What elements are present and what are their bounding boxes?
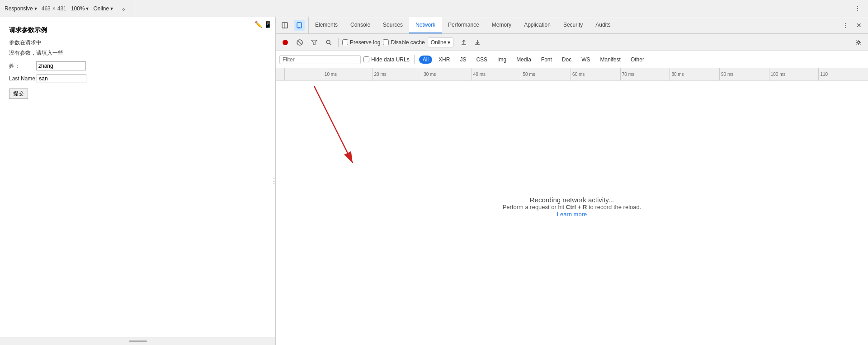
tick-90ms: 90 ms — [719, 68, 733, 80]
learn-more-link[interactable]: Learn more — [503, 210, 642, 218]
scrollbar-indicator — [129, 340, 147, 342]
svg-line-16 — [314, 86, 353, 163]
online-chevron-top: ▾ — [110, 5, 113, 12]
filter-sep — [414, 55, 415, 64]
page-desc1: 参数在请求中 — [9, 39, 266, 47]
first-name-label: 姓： — [9, 62, 36, 70]
hide-data-urls-input[interactable] — [363, 56, 369, 62]
last-name-row: Last Name: — [9, 74, 266, 83]
tab-security[interactable]: Security — [557, 17, 589, 33]
search-icon[interactable] — [323, 37, 335, 48]
device-icon[interactable]: 📱 — [264, 21, 272, 28]
filter-bar: Hide data URLs All XHR JS CSS Img Media … — [276, 51, 868, 68]
responsive-select[interactable]: Responsive ▾ — [5, 5, 37, 12]
submit-button[interactable]: 提交 — [9, 89, 28, 99]
network-toolbar: Preserve log Disable cache Online ▾ — [276, 34, 868, 51]
first-name-input[interactable] — [36, 61, 86, 70]
tab-sources[interactable]: Sources — [377, 17, 409, 33]
sub-msg-before: Perform a request or hit — [503, 204, 566, 210]
network-empty-state: Recording network activity... Perform a … — [276, 81, 868, 345]
recording-message: Recording network activity... — [503, 196, 642, 204]
settings-button[interactable] — [853, 37, 864, 48]
screenshot-icon[interactable]: ⬦ — [118, 3, 129, 14]
disable-cache-input[interactable] — [383, 39, 389, 45]
preserve-log-input[interactable] — [342, 39, 348, 45]
resize-handle[interactable] — [273, 17, 275, 345]
page-desc2: 没有参数，请填入一些 — [9, 49, 266, 57]
last-name-label: Last Name: — [9, 75, 37, 82]
filter-input[interactable] — [283, 56, 346, 63]
browser-toolbar: Responsive ▾ 463 × 431 100% ▾ Online ▾ ⬦… — [0, 0, 868, 17]
zoom-label: 100% — [71, 5, 85, 12]
svg-point-4 — [283, 40, 288, 45]
upload-download-icons — [458, 37, 483, 48]
throttle-select[interactable]: Online ▾ — [428, 37, 454, 47]
timeline-ruler: 10 ms 20 ms 30 ms 40 ms 50 ms 60 ms 70 m… — [285, 68, 868, 80]
online-select-top[interactable]: Online ▾ — [93, 5, 113, 12]
tick-10ms: 10 ms — [323, 68, 337, 80]
disable-cache-label: Disable cache — [391, 39, 425, 46]
more-options-icon[interactable]: ⋮ — [852, 3, 863, 14]
filter-css-button[interactable]: CSS — [472, 56, 491, 64]
svg-marker-7 — [311, 40, 317, 45]
filter-doc-button[interactable]: Doc — [558, 56, 575, 64]
filter-other-button[interactable]: Other — [627, 56, 648, 64]
filter-all-button[interactable]: All — [419, 56, 432, 64]
zoom-select[interactable]: 100% ▾ — [71, 5, 89, 12]
hide-data-urls-checkbox[interactable]: Hide data URLs — [363, 56, 410, 63]
download-icon[interactable] — [472, 37, 483, 48]
edit-icon[interactable]: ✏️ — [255, 21, 262, 28]
perform-request-message: Perform a request or hit Ctrl + R to rec… — [503, 204, 642, 210]
times-symbol: × — [52, 5, 56, 12]
device-toolbar-icon[interactable] — [294, 20, 305, 31]
close-devtools-icon[interactable]: ✕ — [854, 20, 864, 31]
toolbar-separator — [135, 4, 135, 13]
tab-console[interactable]: Console — [344, 17, 377, 33]
more-tabs-icon[interactable]: ⋮ — [840, 20, 851, 31]
last-name-input[interactable] — [37, 74, 86, 83]
tick-70ms: 70 ms — [620, 68, 634, 80]
tab-elements[interactable]: Elements — [309, 17, 344, 33]
toolbar-sep-1 — [338, 38, 339, 47]
tick-110: 110 — [818, 68, 828, 80]
page-panel-icons: ✏️ 📱 — [255, 21, 272, 28]
record-button[interactable] — [279, 37, 291, 48]
svg-point-8 — [326, 40, 330, 44]
tab-memory[interactable]: Memory — [486, 17, 518, 33]
online-label-top: Online — [93, 5, 109, 12]
filter-img-button[interactable]: Img — [494, 56, 510, 64]
filter-icon[interactable] — [308, 37, 320, 48]
tab-performance[interactable]: Performance — [442, 17, 486, 33]
filter-input-wrap — [279, 55, 361, 64]
page-form: 姓： Last Name: 提交 — [9, 61, 266, 99]
svg-rect-2 — [297, 23, 302, 28]
svg-line-6 — [298, 41, 302, 44]
devtools-tabs: Elements Console Sources Network Perform… — [276, 17, 868, 34]
filter-font-button[interactable]: Font — [538, 56, 556, 64]
learn-more-anchor[interactable]: Learn more — [557, 211, 587, 218]
online-chevron: ▾ — [448, 39, 450, 46]
tab-audits[interactable]: Audits — [589, 17, 617, 33]
first-name-row: 姓： — [9, 61, 266, 70]
filter-js-button[interactable]: JS — [456, 56, 470, 64]
responsive-chevron: ▾ — [34, 5, 37, 12]
height-value: 431 — [57, 5, 66, 12]
disable-cache-checkbox[interactable]: Disable cache — [383, 39, 425, 46]
zoom-chevron: ▾ — [86, 5, 89, 12]
upload-icon[interactable] — [458, 37, 470, 48]
preserve-log-checkbox[interactable]: Preserve log — [342, 39, 380, 46]
tick-20ms: 20 ms — [373, 68, 387, 80]
clear-button[interactable] — [294, 37, 306, 48]
page-title: 请求参数示例 — [9, 26, 266, 34]
tick-60ms: 60 ms — [571, 68, 585, 80]
timeline-header: 10 ms 20 ms 30 ms 40 ms 50 ms 60 ms 70 m… — [276, 68, 868, 81]
filter-ws-button[interactable]: WS — [578, 56, 594, 64]
tab-network[interactable]: Network — [409, 17, 442, 33]
inspect-element-icon[interactable] — [279, 20, 290, 31]
filter-media-button[interactable]: Media — [513, 56, 535, 64]
shortcut-key: Ctrl + R — [566, 204, 587, 210]
filter-xhr-button[interactable]: XHR — [435, 56, 453, 64]
timeline-left — [276, 68, 285, 80]
filter-manifest-button[interactable]: Manifest — [597, 56, 624, 64]
tab-application[interactable]: Application — [518, 17, 557, 33]
